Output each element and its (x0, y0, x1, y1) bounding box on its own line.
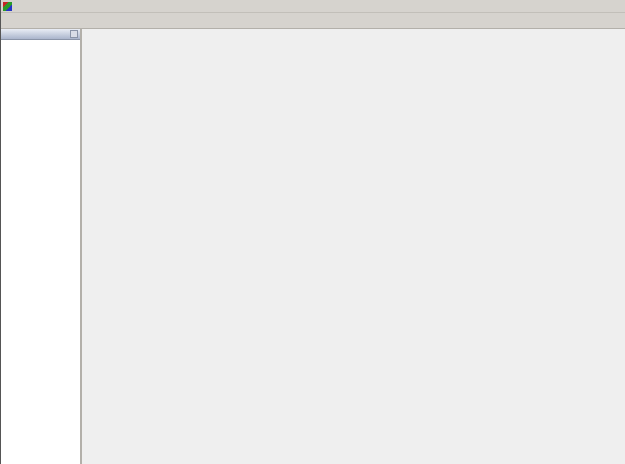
menu-bar (1, 0, 625, 13)
sidebar-close-button[interactable] (70, 30, 78, 38)
chart-panel (82, 29, 625, 464)
app-icon (3, 2, 12, 11)
sidebar-header (1, 29, 80, 40)
sidebar-list (1, 40, 80, 464)
chart (82, 41, 625, 463)
content (1, 29, 625, 464)
sidebar (1, 29, 82, 464)
toolbar (1, 13, 625, 29)
chart-window-title (82, 29, 625, 41)
